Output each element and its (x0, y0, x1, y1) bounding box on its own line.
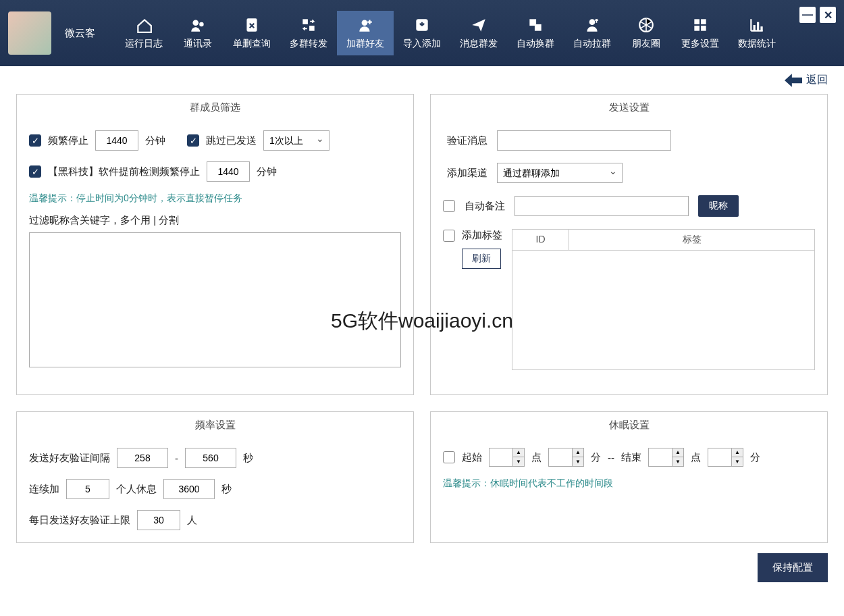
nav-item-9[interactable]: 朋友圈 (621, 11, 672, 55)
filter-kw-textarea[interactable] (29, 232, 401, 367)
layers-icon (527, 16, 544, 34)
interval-max-input[interactable] (185, 448, 236, 468)
add-tag-label: 添加标签 (462, 229, 502, 242)
person-up-icon (583, 16, 601, 34)
add-channel-label: 添加渠道 (443, 167, 487, 180)
panel-send-settings: 发送设置 验证消息 添加渠道 通过群聊添加 自动备注 昵称 (430, 94, 828, 395)
auto-remark-input[interactable] (515, 196, 689, 216)
continuous-label: 连续加 (29, 483, 59, 496)
rest-input[interactable] (163, 479, 215, 499)
import-icon (413, 16, 431, 34)
svg-rect-13 (694, 26, 700, 31)
panel-member-filter: 群成员筛选 频繁停止 分钟 跳过已发送 1次以上 【黑科技】软件提前检测频繁停止 (16, 94, 414, 395)
filter-kw-label: 过滤昵称含关键字，多个用 | 分割 (29, 214, 401, 227)
svg-rect-8 (535, 24, 542, 31)
nav-label: 消息群发 (460, 38, 498, 50)
nav-item-4[interactable]: 加群好友 (337, 11, 394, 55)
back-button[interactable]: 返回 (785, 73, 828, 87)
skip-sent-select[interactable]: 1次以上 (263, 130, 329, 151)
panel-sleep-settings: 休眠设置 起始 ▲▼ 点 ▲▼ 分 -- 结束 ▲▼ 点 ▲▼ 分 温馨提示：休… (430, 411, 828, 543)
nav-label: 自动拉群 (573, 38, 611, 50)
nav-item-10[interactable]: 更多设置 (672, 11, 729, 55)
auto-remark-checkbox[interactable] (443, 200, 455, 212)
chart-icon (748, 16, 766, 34)
window-controls: — ✕ (799, 7, 836, 23)
sleep-start-label: 起始 (462, 451, 482, 464)
nav-item-0[interactable]: 运行日志 (115, 11, 172, 55)
nav-item-1[interactable]: 通讯录 (172, 11, 223, 55)
nav-item-2[interactable]: 单删查询 (223, 11, 280, 55)
verify-msg-input[interactable] (497, 130, 671, 151)
doc-x-icon (243, 16, 261, 34)
grid-icon (691, 16, 709, 34)
sleep-end-label: 结束 (621, 451, 641, 464)
interval-min-input[interactable] (117, 448, 168, 468)
nav-label: 多群转发 (290, 38, 327, 50)
nav-label: 更多设置 (681, 38, 719, 50)
svg-point-1 (199, 22, 204, 27)
th-id: ID (512, 230, 569, 250)
interval-sep: - (175, 453, 178, 464)
end-min-spinner[interactable]: ▲▼ (708, 448, 743, 467)
panel-title: 群成员筛选 (17, 95, 413, 121)
nav-item-6[interactable]: 消息群发 (450, 11, 507, 55)
swap-icon (300, 16, 317, 34)
auto-remark-label: 自动备注 (465, 200, 505, 213)
panel-title: 休眠设置 (431, 412, 827, 438)
freq-stop-input[interactable] (95, 130, 138, 151)
home-icon (135, 16, 153, 34)
nav-item-5[interactable]: 导入添加 (394, 11, 450, 55)
panel-title: 频率设置 (17, 412, 413, 438)
nickname-button[interactable]: 昵称 (698, 195, 739, 217)
aperture-icon (637, 16, 655, 34)
user-plus-icon (357, 16, 374, 34)
daily-limit-input[interactable] (137, 510, 180, 530)
close-button[interactable]: ✕ (820, 7, 836, 23)
nav-label: 朋友圈 (632, 38, 660, 50)
nav-item-3[interactable]: 多群转发 (280, 11, 337, 55)
refresh-button[interactable]: 刷新 (462, 249, 501, 269)
skip-sent-label: 跳过已发送 (206, 134, 257, 147)
sleep-enable-checkbox[interactable] (443, 451, 455, 463)
add-tag-checkbox[interactable] (443, 230, 455, 242)
svg-rect-4 (309, 26, 315, 31)
filter-hint: 温馨提示：停止时间为0分钟时，表示直接暂停任务 (29, 192, 401, 205)
top-bar: 微云客 运行日志通讯录单删查询多群转发加群好友导入添加消息群发自动换群自动拉群朋… (0, 0, 844, 66)
sleep-hint: 温馨提示：休眠时间代表不工作的时间段 (443, 478, 815, 490)
svg-rect-12 (701, 19, 706, 24)
rest-unit: 秒 (221, 483, 232, 496)
verify-msg-label: 验证消息 (443, 134, 487, 147)
panel-freq-settings: 频率设置 发送好友验证间隔 - 秒 连续加 个人休息 秒 每日发送好友验证上限 … (16, 411, 414, 543)
nav-label: 加群好友 (346, 38, 384, 50)
tag-table-body[interactable] (512, 251, 814, 369)
start-hour-spinner[interactable]: ▲▼ (489, 448, 525, 467)
start-min-spinner[interactable]: ▲▼ (548, 448, 584, 467)
svg-rect-3 (302, 19, 308, 24)
black-tech-unit: 分钟 (257, 165, 277, 178)
tag-table: ID 标签 (512, 229, 815, 370)
minimize-button[interactable]: — (799, 7, 816, 23)
add-channel-select[interactable]: 通过群聊添加 (497, 163, 623, 183)
nav-label: 自动换群 (517, 38, 554, 50)
skip-sent-checkbox[interactable] (187, 134, 199, 147)
nav-item-8[interactable]: 自动拉群 (564, 11, 621, 55)
freq-stop-unit: 分钟 (145, 134, 165, 147)
daily-limit-label: 每日发送好友验证上限 (29, 514, 130, 527)
svg-point-0 (192, 20, 199, 26)
save-config-button[interactable]: 保持配置 (758, 553, 828, 582)
continuous-input[interactable] (66, 479, 109, 499)
black-tech-input[interactable] (207, 161, 250, 182)
black-tech-checkbox[interactable] (29, 165, 41, 178)
nav-item-7[interactable]: 自动换群 (507, 11, 564, 55)
th-tag: 标签 (569, 230, 814, 250)
panel-title: 发送设置 (431, 95, 827, 121)
nav-item-11[interactable]: 数据统计 (729, 11, 785, 55)
freq-stop-checkbox[interactable] (29, 134, 41, 147)
interval-label: 发送好友验证间隔 (29, 452, 110, 465)
back-arrow-icon (785, 74, 802, 87)
end-hour-spinner[interactable]: ▲▼ (648, 448, 684, 467)
nav-label: 导入添加 (403, 38, 441, 50)
nav-label: 运行日志 (125, 38, 163, 50)
svg-rect-17 (760, 26, 762, 30)
black-tech-label: 【黑科技】软件提前检测频繁停止 (48, 165, 200, 178)
